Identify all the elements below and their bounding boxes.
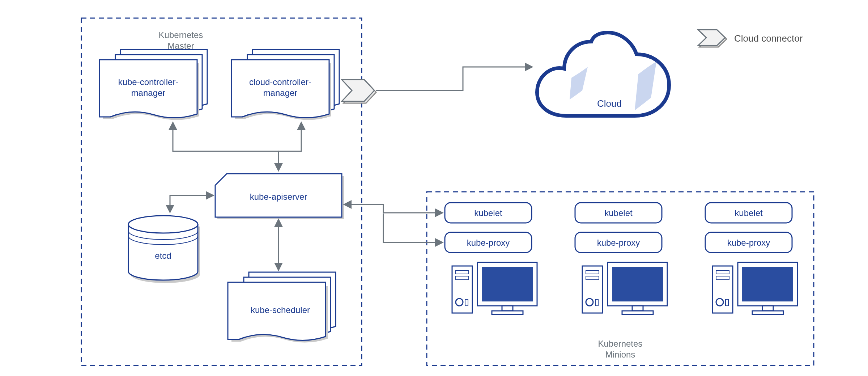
chevron-connector-icon (698, 30, 727, 47)
arrow-connector-to-cloud (376, 67, 532, 90)
kubelet-label-2: kubelet (735, 208, 763, 218)
arrow-apiserver-kubeproxy (383, 214, 442, 242)
minions-group-label-1: Kubernetes (598, 339, 643, 348)
master-group-label-1: Kubernetes (159, 30, 203, 40)
svg-rect-25 (632, 306, 643, 311)
kcm-label-2: manager (131, 88, 166, 98)
kube-apiserver: kube-apiserver (215, 174, 344, 219)
kube-controller-manager: kube-controller- manager (99, 50, 207, 120)
svg-rect-15 (492, 311, 523, 314)
arrow-apiserver-ccm (278, 123, 301, 151)
svg-rect-18 (582, 266, 603, 313)
arrow-apiserver-kubelet (345, 204, 442, 213)
cloud-connector-chevron (342, 80, 376, 103)
cloud-icon: Cloud (537, 33, 669, 116)
svg-rect-36 (762, 306, 773, 311)
kubelet-label-1: kubelet (604, 208, 633, 218)
svg-rect-35 (742, 267, 793, 301)
svg-rect-29 (712, 266, 733, 313)
kcm-label-1: kube-controller- (118, 77, 179, 87)
legend-cloud-connector: Cloud connector (698, 30, 803, 47)
svg-rect-14 (502, 306, 513, 311)
apiserver-label: kube-apiserver (250, 192, 307, 202)
computer-icon (452, 262, 537, 314)
svg-rect-26 (622, 311, 653, 314)
computer-icon (582, 262, 667, 314)
ccm-label-2: manager (263, 88, 298, 98)
computer-icon (712, 262, 797, 314)
minions-group-label-2: Minions (605, 350, 635, 359)
cloud-label: Cloud (597, 98, 622, 109)
minion-node-1: kubelet kube-proxy (575, 203, 667, 314)
etcd-label: etcd (155, 251, 171, 261)
scheduler-label: kube-scheduler (251, 305, 310, 315)
minion-node-0: kubelet kube-proxy (445, 203, 537, 314)
minion-node-2: kubelet kube-proxy (705, 203, 797, 314)
legend-label: Cloud connector (734, 33, 803, 44)
kube-proxy-label-1: kube-proxy (597, 238, 640, 248)
kubelet-label-0: kubelet (474, 208, 502, 218)
arrow-apiserver-kcm (173, 123, 278, 170)
svg-rect-37 (752, 311, 783, 314)
svg-rect-7 (452, 266, 472, 313)
kube-proxy-label-0: kube-proxy (467, 238, 510, 248)
etcd: etcd (128, 216, 200, 283)
svg-rect-13 (482, 267, 533, 301)
ccm-label-1: cloud-controller- (249, 77, 311, 87)
kube-proxy-label-2: kube-proxy (727, 238, 770, 248)
svg-rect-24 (612, 267, 663, 301)
svg-point-4 (128, 216, 198, 233)
cloud-controller-manager: cloud-controller- manager (231, 50, 339, 120)
arrow-apiserver-etcd (170, 195, 213, 212)
kube-scheduler: kube-scheduler (228, 272, 336, 343)
